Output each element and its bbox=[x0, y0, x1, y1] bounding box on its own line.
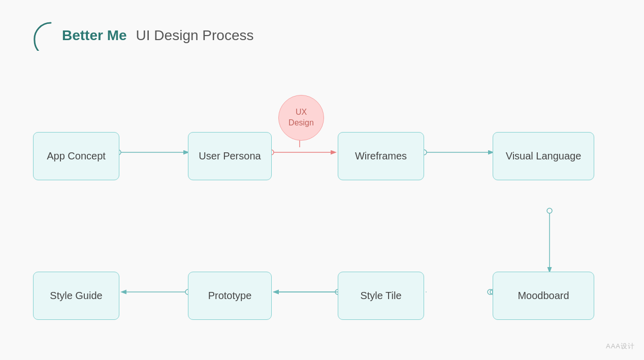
brand-name: Better Me bbox=[62, 27, 127, 44]
style-tile-box: Style Tile bbox=[338, 272, 424, 320]
style-guide-label: Style Guide bbox=[50, 290, 102, 302]
svg-point-8 bbox=[547, 208, 552, 213]
diagram: App Concept User Persona UX Design Wiref… bbox=[0, 81, 644, 345]
svg-point-14 bbox=[488, 289, 493, 294]
watermark: AAA设计 bbox=[606, 342, 635, 351]
moodboard-label: Moodboard bbox=[518, 290, 569, 302]
page-subtitle: UI Design Process bbox=[136, 27, 254, 44]
wireframes-label: Wireframes bbox=[355, 150, 407, 162]
ux-design-label: UX Design bbox=[288, 107, 314, 128]
prototype-label: Prototype bbox=[208, 290, 252, 302]
prototype-box: Prototype bbox=[188, 272, 272, 320]
style-tile-label: Style Tile bbox=[360, 290, 401, 302]
header: Better Me UI Design Process bbox=[30, 20, 253, 51]
wireframes-box: Wireframes bbox=[338, 132, 424, 180]
moodboard-box: Moodboard bbox=[493, 272, 594, 320]
user-persona-label: User Persona bbox=[199, 150, 261, 162]
user-persona-box: User Persona bbox=[188, 132, 272, 180]
visual-language-box: Visual Language bbox=[493, 132, 594, 180]
ux-design-circle: UX Design bbox=[278, 95, 324, 141]
logo-icon bbox=[30, 20, 56, 51]
app-concept-box: App Concept bbox=[33, 132, 119, 180]
app-concept-label: App Concept bbox=[47, 150, 106, 162]
visual-language-label: Visual Language bbox=[506, 150, 582, 162]
style-guide-box: Style Guide bbox=[33, 272, 119, 320]
watermark-text: AAA设计 bbox=[606, 342, 635, 350]
